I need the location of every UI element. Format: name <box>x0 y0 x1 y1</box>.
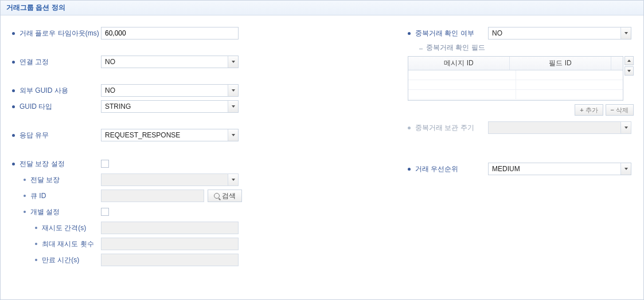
indiv-setting-checkbox[interactable] <box>101 208 109 216</box>
bullet-icon <box>35 243 37 245</box>
chevron-down-icon[interactable] <box>228 129 238 141</box>
chevron-up-icon <box>627 60 631 62</box>
priority-combo[interactable]: MEDIUM <box>488 163 631 175</box>
table-header-field-id[interactable]: 필드 ID <box>510 57 611 70</box>
chevron-down-icon <box>620 122 631 133</box>
queue-id-input <box>101 190 204 202</box>
ext-guid-label: 외부 GUID 사용 <box>12 86 101 96</box>
bullet-icon <box>24 179 26 181</box>
dup-field-table: 메시지 ID 필드 ID <box>408 56 623 101</box>
dup-field-label: – 중복거래 확인 필드 <box>408 43 638 53</box>
bullet-icon <box>35 227 37 229</box>
chevron-down-icon <box>627 70 631 72</box>
dup-check-label: 중복거래 확인 여부 <box>408 29 488 38</box>
bullet-icon <box>12 105 15 108</box>
bullet-icon <box>12 61 15 64</box>
conn-fixed-combo[interactable]: NO <box>101 56 239 68</box>
table-header-msg-id[interactable]: 메시지 ID <box>408 57 510 70</box>
guid-type-label: GUID 타입 <box>12 102 101 112</box>
max-retry-input <box>101 238 239 250</box>
bullet-icon <box>408 127 411 129</box>
dup-check-combo[interactable]: NO <box>488 27 631 40</box>
table-row[interactable] <box>408 90 623 100</box>
search-button[interactable]: 검색 <box>208 190 242 202</box>
expire-input <box>101 254 239 266</box>
table-row[interactable] <box>408 80 623 90</box>
delivery-setting-checkbox[interactable] <box>101 160 109 168</box>
dup-retention-combo <box>488 121 631 134</box>
queue-id-label: 큐 ID <box>12 191 101 201</box>
priority-label: 거래 우선순위 <box>408 164 488 174</box>
bullet-icon <box>35 259 37 261</box>
table-row[interactable] <box>408 70 623 80</box>
bullet-icon <box>24 211 26 213</box>
chevron-down-icon <box>228 174 238 185</box>
bullet-icon <box>408 32 411 35</box>
panel-title: 거래그룹 옵션 정의 <box>1 1 643 15</box>
retry-interval-label: 재시도 간격(s) <box>12 223 101 233</box>
delete-button[interactable]: − 삭제 <box>606 104 634 116</box>
chevron-down-icon[interactable] <box>620 27 631 39</box>
scroll-up-button[interactable] <box>625 56 634 65</box>
max-retry-label: 최대 재시도 횟수 <box>12 239 101 249</box>
response-combo[interactable]: REQUEST_RESPONSE <box>101 129 239 141</box>
chevron-down-icon[interactable] <box>228 85 238 96</box>
response-label: 응답 유무 <box>12 131 101 140</box>
table-header-spacer <box>611 57 623 70</box>
chevron-down-icon[interactable] <box>228 56 238 68</box>
bullet-icon <box>12 89 15 92</box>
chevron-down-icon[interactable] <box>620 163 631 175</box>
add-button[interactable]: + 추가 <box>575 104 603 116</box>
bullet-icon <box>24 195 26 197</box>
delivery-label: 전달 보장 <box>12 175 101 185</box>
delivery-setting-label: 전달 보장 설정 <box>12 159 101 169</box>
chevron-down-icon[interactable] <box>228 101 238 112</box>
dash-icon: – <box>419 45 423 52</box>
minus-icon: − <box>611 106 614 113</box>
ext-guid-combo[interactable]: NO <box>101 84 239 97</box>
flow-timeout-label: 거래 플로우 타임아웃(ms) <box>12 29 101 38</box>
search-icon <box>214 193 220 199</box>
flow-timeout-input[interactable] <box>101 27 239 40</box>
delivery-combo <box>101 173 239 186</box>
indiv-setting-label: 개별 설정 <box>12 207 101 217</box>
bullet-icon <box>12 32 15 35</box>
bullet-icon <box>12 163 15 165</box>
retry-interval-input <box>101 222 239 234</box>
scroll-down-button[interactable] <box>625 66 634 76</box>
expire-label: 만료 시간(s) <box>12 255 101 265</box>
dup-retention-label: 중복거래 보관 주기 <box>408 123 488 133</box>
guid-type-combo[interactable]: STRING <box>101 100 239 113</box>
bullet-icon <box>408 168 411 171</box>
plus-icon: + <box>580 106 583 113</box>
bullet-icon <box>12 134 15 137</box>
conn-fixed-label: 연결 고정 <box>12 57 101 67</box>
